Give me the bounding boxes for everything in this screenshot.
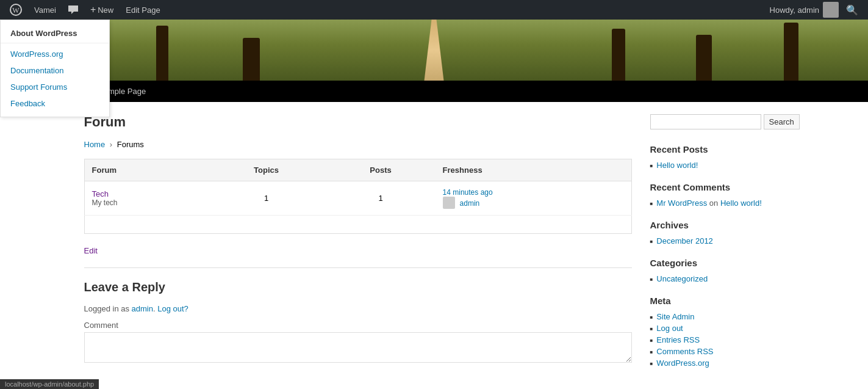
col-freshness: Freshness bbox=[436, 159, 631, 181]
logged-in-user-link[interactable]: admin bbox=[132, 304, 153, 313]
tree-5 bbox=[696, 35, 712, 81]
col-topics: Topics bbox=[207, 159, 326, 181]
breadcrumb-home[interactable]: Home bbox=[84, 140, 106, 149]
categories-list: Uncategorized bbox=[650, 274, 784, 283]
freshness-time: 14 minutes ago bbox=[443, 187, 624, 197]
freshness-time-link[interactable]: 14 minutes ago bbox=[443, 188, 493, 197]
comments-rss-link[interactable]: Comments RSS bbox=[656, 347, 713, 356]
comments-button[interactable] bbox=[63, 0, 83, 20]
status-url: localhost/wp-admin/about.php bbox=[5, 380, 94, 388]
comment-post-link[interactable]: Hello world! bbox=[720, 198, 762, 208]
comment-item: Mr WordPress on Hello world! bbox=[656, 198, 761, 208]
feedback-link[interactable]: Feedback bbox=[1, 95, 109, 112]
logout-link[interactable]: Log out? bbox=[157, 304, 188, 313]
status-bar: localhost/wp-admin/about.php bbox=[0, 379, 99, 389]
empty-cell bbox=[84, 216, 631, 234]
archives-list: December 2012 bbox=[650, 236, 784, 245]
december-2012-link[interactable]: December 2012 bbox=[656, 236, 713, 245]
comment-field-container: Comment bbox=[84, 321, 632, 365]
forum-table-body: Tech My tech 1 1 14 minutes ago bbox=[84, 181, 631, 234]
about-wordpress-link[interactable]: About WordPress bbox=[1, 25, 109, 43]
empty-row bbox=[84, 216, 631, 234]
col-forum: Forum bbox=[84, 159, 207, 181]
uncategorized-link[interactable]: Uncategorized bbox=[656, 274, 708, 283]
list-item: Comments RSS bbox=[650, 347, 784, 356]
forum-description: My tech bbox=[92, 198, 199, 207]
forum-cell: Tech My tech bbox=[84, 181, 207, 216]
posts-cell: 1 bbox=[326, 181, 435, 216]
site-name[interactable]: Vamei bbox=[29, 0, 61, 20]
list-item: Log out bbox=[650, 324, 784, 333]
search-button[interactable]: Search bbox=[764, 114, 800, 129]
site-header bbox=[0, 20, 868, 81]
forum-link[interactable]: Tech bbox=[92, 189, 109, 198]
support-forums-link[interactable]: Support Forums bbox=[1, 79, 109, 95]
dropdown-menu: About WordPress WordPress.org Documentat… bbox=[0, 20, 110, 117]
comment-input[interactable] bbox=[84, 332, 632, 363]
howdy-text: Howdy, admin bbox=[770, 2, 839, 18]
recent-posts-list: Hello world! bbox=[650, 161, 784, 170]
hello-world-link[interactable]: Hello world! bbox=[656, 161, 698, 170]
breadcrumb-current: Forums bbox=[117, 140, 144, 149]
recent-comments-section: Recent Comments Mr WordPress on Hello wo… bbox=[650, 182, 784, 208]
page-title: Forum bbox=[84, 114, 632, 130]
nav-list: Home Forum Sample Page bbox=[10, 81, 858, 102]
wordpress-org-meta-link[interactable]: WordPress.org bbox=[656, 358, 709, 368]
list-item: Mr WordPress on Hello world! bbox=[650, 198, 784, 208]
admin-bar-left: W Vamei + New Edit Page bbox=[5, 0, 770, 20]
path-decoration bbox=[410, 20, 459, 81]
tree-4 bbox=[612, 29, 625, 81]
entries-rss-link[interactable]: Entries RSS bbox=[656, 335, 700, 344]
recent-comments-heading: Recent Comments bbox=[650, 182, 784, 192]
search-input[interactable] bbox=[650, 114, 761, 129]
tree-3 bbox=[243, 38, 260, 81]
list-item: WordPress.org bbox=[650, 358, 784, 368]
forum-table: Forum Topics Posts Freshness Tech My tec… bbox=[84, 159, 632, 234]
meta-list: Site Admin Log out Entries RSS Comments … bbox=[650, 312, 784, 368]
breadcrumb-separator: › bbox=[110, 140, 112, 149]
freshness-cell: 14 minutes ago admin bbox=[436, 181, 631, 216]
archives-section: Archives December 2012 bbox=[650, 220, 784, 245]
list-item: Entries RSS bbox=[650, 335, 784, 344]
freshness-user: admin bbox=[460, 198, 480, 208]
logged-in-text: Logged in as admin. Log out? bbox=[84, 304, 632, 313]
list-item: Uncategorized bbox=[650, 274, 784, 283]
commenter-link[interactable]: Mr WordPress bbox=[656, 198, 707, 208]
freshness-user-link[interactable]: admin bbox=[460, 199, 480, 208]
svg-text:W: W bbox=[12, 6, 20, 15]
forum-name: Tech bbox=[92, 189, 199, 198]
site-nav: Home Forum Sample Page bbox=[0, 81, 868, 102]
edit-link: Edit bbox=[84, 246, 632, 255]
categories-heading: Categories bbox=[650, 258, 784, 268]
plus-icon: + bbox=[90, 4, 96, 15]
tree-6 bbox=[784, 23, 798, 81]
categories-section: Categories Uncategorized bbox=[650, 258, 784, 283]
edit-button[interactable]: Edit bbox=[84, 246, 98, 255]
admin-bar-right: Howdy, admin 🔍 bbox=[770, 2, 863, 18]
user-avatar bbox=[443, 197, 455, 209]
comment-label: Comment bbox=[84, 321, 632, 330]
tree-2 bbox=[156, 26, 168, 81]
edit-page-button[interactable]: Edit Page bbox=[121, 0, 165, 20]
col-posts: Posts bbox=[326, 159, 435, 181]
recent-posts-section: Recent Posts Hello world! bbox=[650, 144, 784, 170]
wp-logo[interactable]: W bbox=[5, 0, 27, 20]
recent-comments-list: Mr WordPress on Hello world! bbox=[650, 198, 784, 208]
page-wrapper: Home Forum Sample Page Forum Home › Foru… bbox=[0, 20, 868, 389]
avatar bbox=[823, 2, 839, 18]
search-icon[interactable]: 🔍 bbox=[841, 4, 863, 16]
list-item: December 2012 bbox=[650, 236, 784, 245]
wordpress-org-link[interactable]: WordPress.org bbox=[1, 46, 109, 62]
content-area: Forum Home › Forums Forum Topics Posts F… bbox=[84, 114, 632, 380]
sidebar-search: Search bbox=[650, 114, 784, 129]
log-out-link[interactable]: Log out bbox=[656, 324, 683, 333]
documentation-link[interactable]: Documentation bbox=[1, 62, 109, 79]
site-admin-link[interactable]: Site Admin bbox=[656, 312, 694, 321]
meta-heading: Meta bbox=[650, 296, 784, 306]
freshness-user-row: admin bbox=[443, 197, 624, 209]
list-item: Hello world! bbox=[650, 161, 784, 170]
breadcrumb: Home › Forums bbox=[84, 140, 632, 149]
sidebar: Search Recent Posts Hello world! Recent … bbox=[650, 114, 784, 380]
new-button[interactable]: + New bbox=[85, 0, 118, 20]
table-row: Tech My tech 1 1 14 minutes ago bbox=[84, 181, 631, 216]
